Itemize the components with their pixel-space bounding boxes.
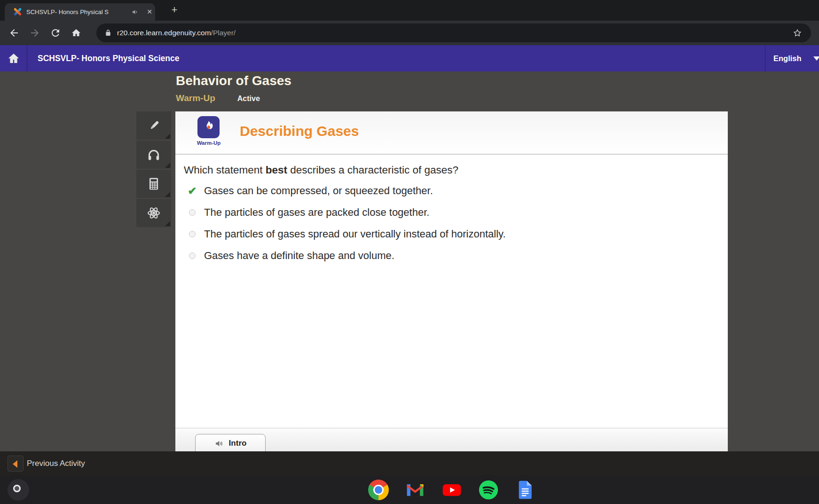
calculator-tool-button[interactable] bbox=[136, 170, 171, 198]
tool-expand-corner bbox=[165, 221, 170, 226]
back-button[interactable] bbox=[8, 27, 20, 39]
chrome-icon[interactable] bbox=[368, 480, 389, 500]
highlighter-tool-button[interactable] bbox=[136, 111, 171, 140]
answer-option-label: The particles of gases spread our vertic… bbox=[204, 228, 506, 240]
course-home-button[interactable] bbox=[0, 45, 27, 71]
tab-audio-icon bbox=[132, 8, 139, 16]
browser-tab[interactable]: SCHSVLP- Honors Physical S ✕ bbox=[5, 3, 155, 21]
calculator-icon bbox=[146, 176, 161, 191]
forward-button[interactable] bbox=[29, 27, 40, 39]
activity-card-footer: Intro bbox=[175, 428, 728, 451]
radio-button[interactable] bbox=[187, 209, 198, 216]
radio-circle bbox=[189, 252, 196, 259]
bookmark-star-icon[interactable] bbox=[792, 28, 803, 38]
screen: SCHSVLP- Honors Physical S ✕ + r20.core.… bbox=[0, 0, 819, 504]
warm-up-flame-icon bbox=[197, 116, 220, 138]
answer-option-2[interactable]: The particles of gases are packed close … bbox=[187, 205, 506, 220]
activity-heading: Describing Gases bbox=[240, 123, 359, 139]
answer-option-4[interactable]: Gases have a definite shape and volume. bbox=[187, 248, 506, 264]
language-selector[interactable]: English bbox=[773, 45, 802, 71]
browser-tab-strip: SCHSVLP- Honors Physical S ✕ + bbox=[0, 0, 819, 21]
radio-button[interactable] bbox=[187, 231, 198, 237]
correct-check-icon[interactable]: ✔ bbox=[187, 186, 198, 197]
url-bar[interactable]: r20.core.learn.edgenuity.com/Player/ bbox=[96, 24, 811, 42]
headphones-icon bbox=[146, 147, 161, 162]
lesson-title: Behavior of Gases bbox=[176, 73, 291, 88]
answer-option-label: The particles of gases are packed close … bbox=[204, 206, 429, 219]
url-text: r20.core.learn.edgenuity.com/Player/ bbox=[117, 24, 236, 42]
os-shelf bbox=[0, 476, 819, 504]
atom-icon bbox=[146, 205, 161, 220]
language-divider bbox=[765, 45, 765, 71]
activity-nav-bar: Previous Activity bbox=[0, 451, 819, 476]
url-domain: r20.core.learn.edgenuity.com bbox=[117, 29, 211, 37]
shelf-apps bbox=[368, 480, 536, 500]
answer-option-3[interactable]: The particles of gases spread our vertic… bbox=[187, 226, 506, 242]
lesson-tabs: Warm-Up Active bbox=[176, 93, 260, 103]
check-glyph: ✔ bbox=[188, 186, 197, 197]
course-title: SCHSVLP- Honors Physical Science bbox=[38, 45, 180, 71]
answer-option-label: Gases can be compressed, or squeezed tog… bbox=[204, 185, 433, 197]
tab-title-fade bbox=[107, 4, 128, 20]
previous-activity-button[interactable] bbox=[8, 456, 24, 472]
launcher-icon bbox=[13, 485, 21, 492]
edgenuity-favicon-icon bbox=[13, 8, 22, 16]
answer-option-1[interactable]: ✔ Gases can be compressed, or squeezed t… bbox=[187, 183, 506, 199]
left-arrow-icon bbox=[13, 460, 17, 468]
question-suffix: describes a characteristic of gases? bbox=[287, 164, 458, 176]
question-bold-word: best bbox=[266, 164, 287, 176]
launcher-button[interactable] bbox=[8, 479, 29, 501]
tab-active[interactable]: Active bbox=[237, 94, 260, 103]
course-header-bar: SCHSVLP- Honors Physical Science English bbox=[0, 45, 819, 71]
highlighter-icon bbox=[146, 118, 161, 133]
browser-home-button[interactable] bbox=[71, 27, 82, 39]
lock-icon bbox=[104, 29, 112, 37]
answer-option-label: Gases have a definite shape and volume. bbox=[204, 250, 394, 262]
science-tool-button[interactable] bbox=[136, 199, 171, 227]
previous-activity-label: Previous Activity bbox=[27, 451, 85, 476]
question-prefix: Which statement bbox=[184, 164, 266, 176]
radio-circle bbox=[189, 231, 196, 237]
url-path: /Player/ bbox=[211, 29, 236, 37]
question-text: Which statement best describes a charact… bbox=[184, 164, 458, 176]
intro-audio-button[interactable]: Intro bbox=[195, 434, 266, 453]
browser-toolbar: r20.core.learn.edgenuity.com/Player/ bbox=[0, 21, 819, 45]
activity-card: Warm-Up Describing Gases Which statement… bbox=[175, 111, 728, 451]
new-tab-button[interactable]: + bbox=[168, 4, 181, 16]
intro-button-label: Intro bbox=[229, 439, 247, 448]
tool-sidebar bbox=[136, 111, 171, 228]
tool-expand-corner bbox=[165, 192, 170, 197]
reload-button[interactable] bbox=[50, 27, 61, 39]
answer-options: ✔ Gases can be compressed, or squeezed t… bbox=[187, 183, 506, 269]
activity-card-header: Warm-Up Describing Gases bbox=[175, 111, 728, 155]
tab-warm-up[interactable]: Warm-Up bbox=[176, 93, 215, 103]
audio-tool-button[interactable] bbox=[136, 141, 171, 169]
radio-circle bbox=[189, 209, 196, 216]
gmail-icon[interactable] bbox=[405, 480, 425, 500]
tab-close-icon[interactable]: ✕ bbox=[145, 7, 154, 16]
youtube-icon[interactable] bbox=[441, 480, 462, 500]
radio-button[interactable] bbox=[187, 252, 198, 259]
chrome-center bbox=[375, 486, 382, 494]
google-docs-icon[interactable] bbox=[515, 480, 536, 500]
warm-up-badge-label: Warm-Up bbox=[191, 140, 227, 146]
spotify-icon[interactable] bbox=[478, 480, 499, 500]
tool-expand-corner bbox=[165, 163, 170, 168]
home-icon bbox=[7, 52, 20, 65]
speaker-icon bbox=[214, 439, 224, 449]
tool-expand-corner bbox=[165, 134, 170, 139]
chevron-down-icon[interactable] bbox=[813, 56, 819, 61]
